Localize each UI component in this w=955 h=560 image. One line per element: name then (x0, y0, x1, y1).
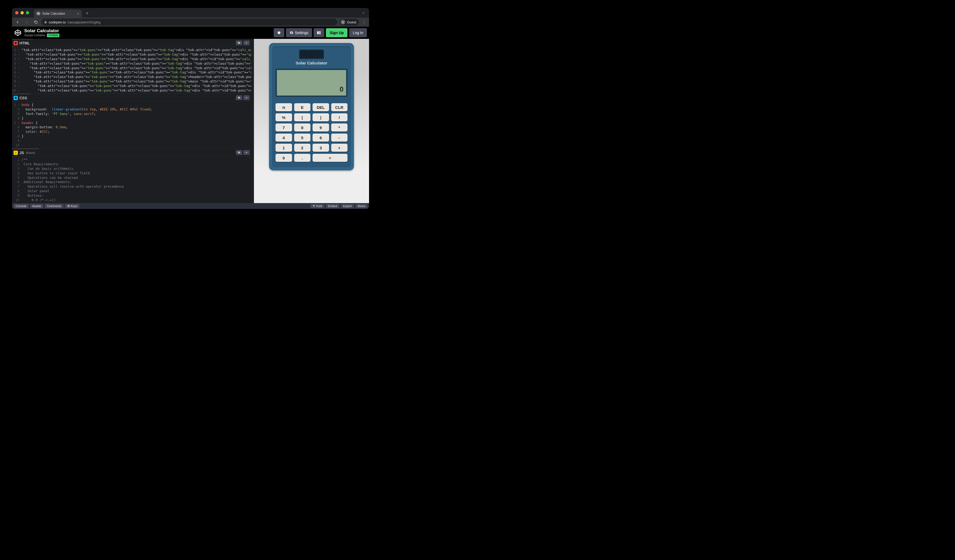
reload-button[interactable] (32, 19, 39, 25)
calc-key-rparen[interactable]: ) (313, 113, 329, 122)
js-tab[interactable]: JS (Babel) (12, 148, 38, 156)
html-pane-header: HTML (12, 39, 251, 47)
calc-key-divide[interactable]: / (331, 113, 348, 122)
css-icon: ✱ (14, 96, 18, 100)
js-settings-icon[interactable] (236, 150, 242, 155)
address-bar[interactable]: codepen.io/sassjajc/pen/zNJgKg (41, 19, 337, 25)
editor-column: HTML 1 ▾2 ▾3 ▾4 ▾5 ▾6 ▾7 ▾8 ▾9 ▾10 ▾ (12, 39, 254, 203)
forward-button[interactable] (23, 19, 30, 25)
css-settings-icon[interactable] (236, 95, 242, 100)
calc-key-3[interactable]: 3 (313, 144, 329, 152)
html-settings-icon[interactable] (236, 41, 242, 45)
pen-header: Solar Calculator Sassja Ceballos + Follo… (12, 27, 369, 39)
calc-key-0[interactable]: 0 (276, 154, 292, 162)
svg-rect-0 (317, 31, 319, 34)
embed-button[interactable]: Embed (326, 204, 340, 208)
calc-key-5[interactable]: 5 (294, 134, 311, 142)
calc-key-dot[interactable]: . (294, 154, 311, 162)
calc-key-6[interactable]: 6 (313, 134, 329, 142)
gear-icon (290, 31, 293, 34)
love-button[interactable] (274, 28, 284, 37)
js-editor[interactable]: 1 2 3 4 5 6 7 8 9 10 /** Core Requiremen… (12, 156, 251, 203)
svg-point-5 (16, 153, 17, 153)
calc-key-E[interactable]: E (294, 103, 311, 111)
calc-key-2[interactable]: 2 (294, 144, 311, 152)
calc-key-8[interactable]: 8 (294, 123, 311, 131)
js-icon (14, 151, 18, 155)
assets-button[interactable]: Assets (30, 204, 43, 208)
url-host: codepen.io (49, 20, 66, 24)
calc-key-plus[interactable]: + (331, 144, 348, 152)
calc-title: Solar Calculator (276, 61, 348, 66)
fullscreen-window-button[interactable] (26, 11, 29, 14)
plus-icon: + (48, 34, 50, 37)
codepen-logo-icon[interactable] (14, 29, 22, 36)
close-tab-icon[interactable]: × (77, 11, 79, 16)
comments-button[interactable]: Comments (45, 204, 63, 208)
calc-key-pi[interactable]: π (276, 103, 292, 111)
share-button[interactable]: Share (355, 204, 368, 208)
calc-key-DEL[interactable]: DEL (313, 103, 329, 111)
view-switch-button[interactable] (314, 28, 324, 37)
tabs-menu-icon[interactable] (362, 11, 365, 15)
css-tab[interactable]: ✱ CSS (12, 94, 30, 101)
calc-key-equals[interactable]: = (313, 154, 348, 162)
css-editor[interactable]: 1 ▾2 3 4 5 ▾6 7 8 9 10 body { background… (12, 102, 251, 148)
close-window-button[interactable] (15, 11, 19, 14)
calc-keypad: πEDELCLR%()/789*456-123+0.= (276, 103, 348, 162)
new-tab-button[interactable]: + (84, 10, 90, 17)
calc-outside: Solar Calculator 0 πEDELCLR%()/789*456-1… (269, 43, 354, 170)
calc-key-multiply[interactable]: * (331, 123, 348, 131)
export-button[interactable]: Export (341, 204, 354, 208)
preview-pane: Solar Calculator 0 πEDELCLR%()/789*456-1… (254, 39, 369, 203)
pen-actions: Settings Sign Up Log In (274, 28, 367, 37)
calc-screen: 0 (276, 69, 348, 97)
calc-key-9[interactable]: 9 (313, 123, 329, 131)
browser-menu-icon[interactable]: ⋮ (361, 20, 367, 25)
calc-key-minus[interactable]: - (331, 134, 348, 142)
calc-inside: Solar Calculator 0 πEDELCLR%()/789*456-1… (272, 46, 351, 167)
browser-window: Solar Calculator × + codepen.io/sassjajc… (12, 8, 369, 209)
js-pane: JS (Babel) 1 2 3 4 5 6 7 (12, 148, 251, 203)
minimize-window-button[interactable] (20, 11, 24, 14)
signup-button[interactable]: Sign Up (326, 28, 348, 37)
browser-tab[interactable]: Solar Calculator × (34, 9, 82, 17)
pen-title: Solar Calculator (24, 28, 59, 34)
calc-key-4[interactable]: 4 (276, 134, 292, 142)
calc-key-percent[interactable]: % (276, 113, 292, 122)
settings-button[interactable]: Settings (286, 28, 312, 37)
fork-icon (313, 205, 315, 207)
calc-result: 0 (340, 85, 343, 94)
svg-rect-2 (319, 33, 321, 33)
calc-key-CLR[interactable]: CLR (331, 103, 348, 111)
js-collapse-icon[interactable] (243, 150, 250, 155)
lock-icon (44, 20, 47, 24)
html-collapse-icon[interactable] (243, 41, 250, 45)
console-button[interactable]: Console (14, 204, 28, 208)
calc-key-lparen[interactable]: ( (294, 113, 311, 122)
html-editor[interactable]: 1 ▾2 ▾3 ▾4 ▾5 ▾6 ▾7 ▾8 ▾9 ▾10 ▾ "tok-att… (12, 47, 251, 94)
follow-button[interactable]: + Follow (47, 34, 59, 37)
js-pane-header: JS (Babel) (12, 148, 251, 156)
svg-point-4 (15, 153, 16, 153)
pen-author[interactable]: Sassja Ceballos (24, 34, 45, 37)
login-button[interactable]: Log In (349, 28, 367, 37)
tab-title: Solar Calculator (42, 12, 65, 16)
html-pane: HTML 1 ▾2 ▾3 ▾4 ▾5 ▾6 ▾7 ▾8 ▾9 ▾10 ▾ (12, 39, 251, 94)
calc-key-1[interactable]: 1 (276, 144, 292, 152)
pen-title-block: Solar Calculator Sassja Ceballos + Follo… (24, 28, 59, 37)
html-icon (14, 41, 18, 45)
codepen-icon (36, 12, 40, 16)
back-button[interactable] (14, 19, 21, 25)
css-collapse-icon[interactable] (243, 95, 250, 100)
tab-strip: Solar Calculator × + (12, 8, 369, 17)
html-tab[interactable]: HTML (12, 39, 33, 47)
calc-solar-cell (299, 50, 324, 59)
profile-chip[interactable]: Guest (340, 19, 359, 25)
keys-button[interactable]: ⌘ Keys (65, 204, 80, 208)
window-controls (15, 11, 29, 14)
fork-button[interactable]: Fork (310, 204, 324, 208)
footer-bar: Console Assets Comments ⌘ Keys Fork Embe… (12, 203, 369, 209)
calc-key-7[interactable]: 7 (276, 123, 292, 131)
workspace: HTML 1 ▾2 ▾3 ▾4 ▾5 ▾6 ▾7 ▾8 ▾9 ▾10 ▾ (12, 39, 369, 203)
